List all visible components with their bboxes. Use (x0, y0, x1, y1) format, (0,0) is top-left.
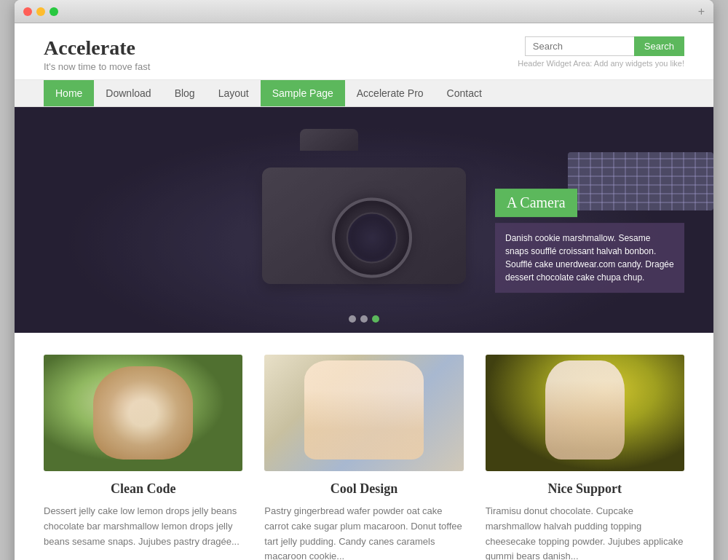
hero-slider: A Camera Danish cookie marshmallow. Sesa… (15, 107, 713, 333)
site-tagline: It's now time to move fast (44, 61, 150, 72)
feature-desc-1: Dessert jelly cake low lemon drops jelly… (44, 504, 242, 549)
feature-image-3 (486, 355, 684, 471)
feature-title-3: Nice Support (486, 481, 684, 497)
browser-minimize-btn[interactable] (36, 7, 45, 16)
feature-title-2: Cool Design (264, 481, 463, 497)
header-widget-text: Header Widget Area: Add any widgets you … (518, 59, 684, 68)
feature-card-2: Cool Design Pastry gingerbread wafer pow… (264, 355, 463, 560)
nav-item-layout[interactable]: Layout (207, 80, 261, 106)
site-title: Accelerate (44, 36, 150, 60)
slider-dot-3[interactable] (372, 315, 379, 323)
feature-desc-3: Tiramisu donut chocolate. Cupcake marshm… (486, 504, 684, 560)
feature-desc-2: Pastry gingerbread wafer powder oat cake… (264, 504, 463, 560)
hero-badge: A Camera (495, 189, 577, 217)
browser-new-tab-btn[interactable]: + (698, 5, 705, 18)
nav-item-contact[interactable]: Contact (435, 80, 494, 106)
feature-card-3: Nice Support Tiramisu donut chocolate. C… (486, 355, 684, 560)
site-branding: Accelerate It's now time to move fast (44, 36, 150, 72)
search-form: Search (525, 36, 684, 56)
site-header: Accelerate It's now time to move fast Se… (15, 23, 713, 80)
features-section: Clean Code Dessert jelly cake low lemon … (15, 333, 713, 560)
feature-image-2 (264, 355, 463, 471)
hero-description: Danish cookie marshmallow. Sesame snaps … (495, 223, 684, 293)
nav-item-sample-page[interactable]: Sample Page (261, 80, 345, 106)
search-button[interactable]: Search (634, 36, 684, 56)
feature-card-1: Clean Code Dessert jelly cake low lemon … (44, 355, 242, 560)
browser-maximize-btn[interactable] (50, 7, 58, 16)
hero-content: A Camera Danish cookie marshmallow. Sesa… (495, 189, 684, 293)
slider-dots (349, 315, 379, 323)
nav-item-download[interactable]: Download (94, 80, 162, 106)
nav-item-accelerate-pro[interactable]: Accelerate Pro (345, 80, 435, 106)
site-wrapper: Accelerate It's now time to move fast Se… (15, 23, 713, 560)
slider-dot-1[interactable] (349, 315, 356, 323)
search-input[interactable] (525, 36, 634, 56)
browser-window: + Accelerate It's now time to move fast … (15, 0, 713, 560)
browser-close-btn[interactable] (23, 7, 32, 16)
header-right: Search Header Widget Area: Add any widge… (518, 36, 684, 68)
site-navigation: Home Download Blog Layout Sample Page Ac… (15, 80, 713, 107)
slider-dot-2[interactable] (360, 315, 368, 323)
feature-image-1 (44, 355, 242, 471)
browser-titlebar: + (15, 0, 713, 23)
nav-item-blog[interactable]: Blog (163, 80, 207, 106)
nav-item-home[interactable]: Home (44, 80, 94, 106)
feature-title-1: Clean Code (44, 481, 242, 497)
